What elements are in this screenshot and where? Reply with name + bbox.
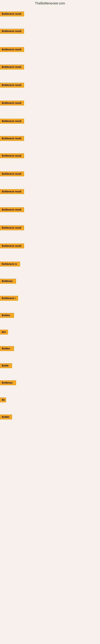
bottleneck-row-13: Bottleneck result	[0, 226, 100, 231]
bottleneck-row-21: Bottle	[0, 363, 100, 369]
bottleneck-badge-20[interactable]: Bottlen	[0, 346, 14, 351]
bottleneck-row-16: Bottlenec	[0, 279, 100, 284]
bottleneck-row-7: Bottleneck result	[0, 119, 100, 124]
bottleneck-row-17: Bottleneck r	[0, 296, 100, 302]
bottleneck-badge-23[interactable]: Bo	[0, 398, 6, 402]
bottleneck-badge-19[interactable]: Bot	[0, 330, 8, 334]
bottleneck-badge-8[interactable]: Bottleneck result	[0, 136, 24, 141]
bottleneck-row-2: Bottleneck result	[0, 29, 100, 34]
bottleneck-row-20: Bottlen	[0, 346, 100, 352]
bottleneck-badge-7[interactable]: Bottleneck result	[0, 119, 24, 124]
bottleneck-row-1: Bottleneck result	[0, 12, 100, 17]
bottleneck-badge-24[interactable]: Bottler	[0, 414, 12, 420]
bottleneck-row-5: Bottleneck result	[0, 83, 100, 88]
bottleneck-badge-15[interactable]: Bottleneck re	[0, 262, 20, 266]
bottleneck-row-18: Bottlen	[0, 313, 100, 318]
bottleneck-badge-12[interactable]: Bottleneck result	[0, 207, 24, 212]
bottleneck-badge-22[interactable]: Bottlenec	[0, 380, 16, 385]
bottleneck-row-3: Bottleneck result	[0, 47, 100, 53]
site-title: TheBottlenecker.com	[0, 0, 100, 6]
bottleneck-badge-11[interactable]: Bottleneck result	[0, 189, 24, 194]
bottleneck-badge-5[interactable]: Bottleneck result	[0, 83, 24, 88]
bottleneck-row-22: Bottlenec	[0, 380, 100, 386]
bottleneck-row-8: Bottleneck result	[0, 136, 100, 142]
bottleneck-row-15: Bottleneck re	[0, 262, 100, 267]
bottleneck-row-9: Bottleneck result	[0, 153, 100, 159]
bottleneck-badge-21[interactable]: Bottle	[0, 363, 12, 368]
bottleneck-row-14: Bottleneck result	[0, 244, 100, 249]
bottleneck-badge-14[interactable]: Bottleneck result	[0, 244, 24, 248]
bottleneck-badge-2[interactable]: Bottleneck result	[0, 29, 24, 34]
bottleneck-row-6: Bottleneck result	[0, 100, 100, 106]
bottleneck-row-19: Bot	[0, 330, 100, 335]
bottleneck-row-12: Bottleneck result	[0, 207, 100, 213]
bottleneck-badge-9[interactable]: Bottleneck result	[0, 153, 24, 158]
bottleneck-badge-16[interactable]: Bottlenec	[0, 279, 16, 284]
bottleneck-row-24: Bottler	[0, 414, 100, 420]
bottleneck-row-23: Bo	[0, 398, 100, 403]
bottleneck-badge-4[interactable]: Bottleneck result	[0, 64, 24, 70]
bottleneck-badge-13[interactable]: Bottleneck result	[0, 226, 24, 230]
bottleneck-badge-1[interactable]: Bottleneck result	[0, 12, 24, 16]
bottleneck-row-11: Bottleneck result	[0, 189, 100, 195]
bottleneck-badge-10[interactable]: Bottleneck result	[0, 172, 24, 176]
bottleneck-row-4: Bottleneck result	[0, 64, 100, 70]
bottleneck-badge-6[interactable]: Bottleneck result	[0, 100, 24, 106]
bottleneck-badge-17[interactable]: Bottleneck r	[0, 296, 18, 301]
bottleneck-badge-3[interactable]: Bottleneck result	[0, 47, 24, 52]
bottleneck-row-10: Bottleneck result	[0, 172, 100, 177]
bottleneck-badge-18[interactable]: Bottlen	[0, 313, 14, 318]
